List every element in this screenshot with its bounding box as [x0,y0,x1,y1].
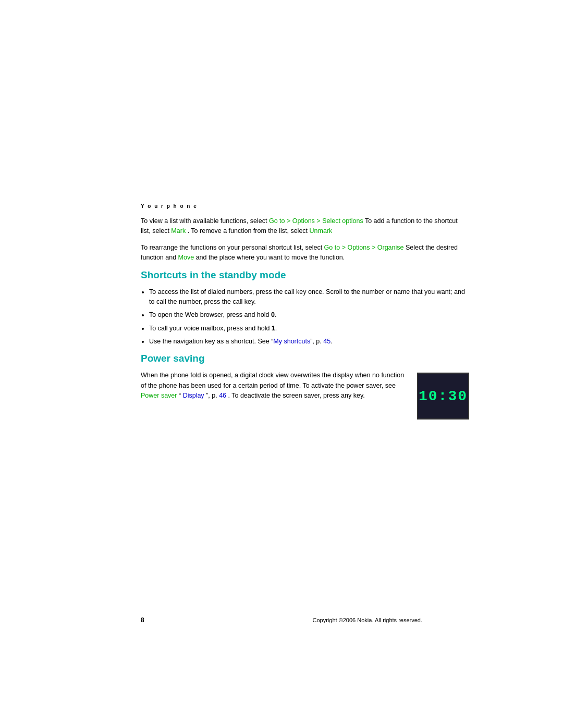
mark-link[interactable]: Mark [171,227,186,235]
options-link-2[interactable]: > Options [342,244,370,251]
power-saving-text-block: When the phone fold is opened, a digital… [141,371,407,407]
content-area: Y o u r p h o n e To view a list with av… [141,203,469,419]
bullet-1-text: To access the list of dialed numbers, pr… [149,288,465,305]
display-page-link[interactable]: 46 [219,392,226,399]
intro-paragraph-2: To rearrange the functions on your perso… [141,243,469,263]
unmark-link[interactable]: Unmark [310,227,333,235]
display-link[interactable]: Display [183,392,204,399]
bullet-2-bold: 0 [271,311,275,318]
page-number: 8 [141,616,144,624]
copyright-text: Copyright ©2006 Nokia. All rights reserv… [313,617,422,623]
move-link[interactable]: Move [178,254,194,261]
intro-text-2a: To rearrange the functions on your perso… [141,244,324,251]
bullet-3-bold: 1 [272,325,275,332]
bullet-item-4: Use the navigation key as a shortcut. Se… [149,337,469,347]
power-text-3: ”, p. [206,392,219,399]
bullet-item-3: To call your voice mailbox, press and ho… [149,324,469,334]
clock-time: 10:30 [419,388,468,404]
intro-text-2c: and the place where you want to move the… [196,254,345,261]
section-label: Y o u r p h o n e [141,203,469,209]
organise-link[interactable]: > Organise [372,244,404,251]
power-saver-link[interactable]: Power saver [141,392,177,399]
my-shortcuts-link[interactable]: My shortcuts [273,338,310,345]
bullet-2-text: To open the Web browser, press and hold … [149,311,276,318]
bullet-item-2: To open the Web browser, press and hold … [149,310,469,320]
power-saving-content: When the phone fold is opened, a digital… [141,371,469,419]
bullet-4-text: Use the navigation key as a shortcut. Se… [149,338,333,345]
bullet-item-1: To access the list of dialed numbers, pr… [149,287,469,307]
clock-display: 10:30 [417,373,469,419]
power-saving-heading: Power saving [141,353,469,364]
power-text-1: When the phone fold is opened, a digital… [141,372,404,389]
intro-text-1: To view a list with available functions,… [141,217,269,225]
page-footer: 8 Copyright ©2006 Nokia. All rights rese… [0,616,563,624]
goto-link-2[interactable]: Go to [324,244,340,251]
power-saving-section: Power saving When the phone fold is open… [141,353,469,419]
options-link-1[interactable]: > Options [287,217,315,225]
goto-link-1[interactable]: Go to [269,217,285,225]
select-options-link[interactable]: > Select options [316,217,363,225]
shortcuts-heading: Shortcuts in the standby mode [141,269,469,281]
power-saving-paragraph: When the phone fold is opened, a digital… [141,371,407,401]
shortcuts-page-link[interactable]: 45 [323,338,331,345]
power-text-2: “ [179,392,181,399]
bullet-3-text: To call your voice mailbox, press and ho… [149,325,277,332]
shortcuts-list: To access the list of dialed numbers, pr… [149,287,469,347]
page: Y o u r p h o n e To view a list with av… [0,0,563,728]
intro-text-1c: . To remove a function from the list, se… [188,227,310,235]
intro-paragraph-1: To view a list with available functions,… [141,216,469,237]
power-text-4: . To deactivate the screen saver, press … [228,392,365,399]
